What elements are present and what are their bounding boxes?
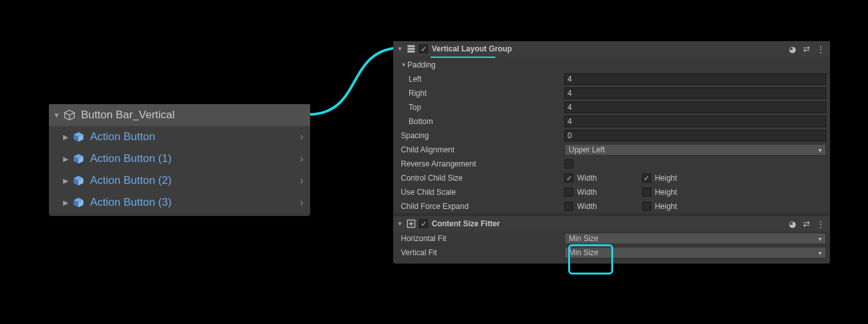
hierarchy-row-parent[interactable]: ▼ Button Bar_Vertical xyxy=(49,104,310,126)
open-prefab-chevron-icon[interactable]: › xyxy=(293,131,310,143)
foldout-down-icon[interactable]: ▼ xyxy=(53,111,60,119)
vertical-fit-row: Vertical Fit Min Size xyxy=(393,246,830,260)
hierarchy-row-child-2[interactable]: ▶ Action Button (2) › xyxy=(49,170,310,192)
foldout-right-icon[interactable]: ▶ xyxy=(62,155,69,163)
foldout-down-icon[interactable]: ▼ xyxy=(397,221,403,227)
horizontal-fit-value: Min Size xyxy=(569,234,598,243)
padding-top-row: Top xyxy=(393,100,830,114)
hierarchy-row-child-3[interactable]: ▶ Action Button (3) › xyxy=(49,192,310,213)
padding-top-label: Top xyxy=(409,103,564,112)
control-child-size-label: Control Child Size xyxy=(401,174,564,183)
svg-rect-16 xyxy=(407,51,414,53)
reverse-arrangement-row: Reverse Arrangement xyxy=(393,157,830,171)
component-title: Content Size Fitter xyxy=(432,219,500,228)
padding-right-row: Right xyxy=(393,86,830,100)
help-icon[interactable]: ◕ xyxy=(786,218,798,230)
child-alignment-label: Child Alignment xyxy=(401,145,564,154)
foldout-right-icon[interactable]: ▶ xyxy=(62,199,69,207)
spacing-label: Spacing xyxy=(401,131,564,140)
prefab-cube-icon xyxy=(72,130,85,143)
vertical-fit-label: Vertical Fit xyxy=(401,248,564,257)
context-menu-icon[interactable]: ⋮ xyxy=(815,218,826,230)
padding-foldout[interactable]: ▼ Padding xyxy=(393,58,830,72)
foldout-down-icon[interactable]: ▼ xyxy=(397,46,403,52)
foldout-down-icon[interactable]: ▼ xyxy=(401,62,407,68)
prefab-cube-icon xyxy=(72,152,85,165)
help-icon[interactable]: ◕ xyxy=(786,43,798,55)
expand-width-checkbox[interactable] xyxy=(564,202,573,211)
child-alignment-value: Upper Left xyxy=(569,145,605,154)
child-alignment-dropdown[interactable]: Upper Left xyxy=(564,144,826,156)
scale-width-label: Width xyxy=(577,188,597,197)
use-child-scale-row: Use Child Scale Width Height xyxy=(393,185,830,199)
component-enabled-checkbox[interactable]: ✓ xyxy=(419,219,428,228)
open-prefab-chevron-icon[interactable]: › xyxy=(293,197,310,208)
context-menu-icon[interactable]: ⋮ xyxy=(815,43,826,55)
prefab-cube-icon xyxy=(72,196,85,209)
padding-left-label: Left xyxy=(409,75,564,84)
gameobject-cube-icon xyxy=(63,109,76,122)
spacing-row: Spacing xyxy=(393,129,830,143)
presets-icon[interactable]: ⇄ xyxy=(800,218,812,230)
child-force-expand-row: Child Force Expand Width Height xyxy=(393,199,830,213)
hierarchy-child-label: Action Button (2) xyxy=(88,174,291,187)
padding-bottom-input[interactable] xyxy=(564,116,826,127)
hierarchy-panel: ▼ Button Bar_Vertical ▶ Action Button › … xyxy=(49,104,310,216)
foldout-right-icon[interactable]: ▶ xyxy=(62,177,69,185)
horizontal-fit-row: Horizontal Fit Min Size xyxy=(393,231,830,246)
hierarchy-child-label: Action Button xyxy=(88,130,291,143)
content-size-fitter-icon xyxy=(406,219,416,229)
horizontal-fit-label: Horizontal Fit xyxy=(401,234,564,243)
control-width-label: Width xyxy=(577,174,597,183)
scale-height-checkbox[interactable] xyxy=(642,188,651,197)
expand-height-label: Height xyxy=(655,202,678,211)
horizontal-fit-dropdown[interactable]: Min Size xyxy=(564,233,826,244)
open-prefab-chevron-icon[interactable]: › xyxy=(293,175,310,186)
prefab-cube-icon xyxy=(72,174,85,187)
child-force-expand-label: Child Force Expand xyxy=(401,202,564,211)
svg-marker-0 xyxy=(65,111,75,116)
padding-label: Padding xyxy=(407,60,563,69)
hierarchy-row-child-1[interactable]: ▶ Action Button (1) › xyxy=(49,148,310,170)
component-title: Vertical Layout Group xyxy=(432,44,512,53)
padding-bottom-row: Bottom xyxy=(393,114,830,129)
scale-width-checkbox[interactable] xyxy=(564,188,573,197)
reverse-arrangement-label: Reverse Arrangement xyxy=(401,159,564,168)
control-height-label: Height xyxy=(655,174,678,183)
padding-bottom-label: Bottom xyxy=(409,117,564,126)
hierarchy-parent-label: Button Bar_Vertical xyxy=(78,109,310,122)
scale-height-label: Height xyxy=(655,188,678,197)
padding-left-row: Left xyxy=(393,72,830,86)
presets-icon[interactable]: ⇄ xyxy=(800,43,812,55)
foldout-right-icon[interactable]: ▶ xyxy=(62,133,69,141)
component-header-vertical-layout-group[interactable]: ▼ ✓ Vertical Layout Group ◕ ⇄ ⋮ xyxy=(393,41,830,57)
hierarchy-row-child-0[interactable]: ▶ Action Button › xyxy=(49,126,310,148)
svg-rect-14 xyxy=(407,45,414,47)
svg-rect-15 xyxy=(407,48,414,50)
control-child-size-row: Control Child Size Width Height xyxy=(393,171,830,185)
vertical-fit-value: Min Size xyxy=(569,248,598,257)
hierarchy-child-label: Action Button (3) xyxy=(88,196,291,209)
layout-group-icon xyxy=(406,44,416,54)
use-child-scale-label: Use Child Scale xyxy=(401,188,564,197)
reverse-arrangement-checkbox[interactable] xyxy=(564,159,573,168)
padding-right-label: Right xyxy=(409,89,564,98)
control-height-checkbox[interactable] xyxy=(642,174,651,183)
component-enabled-checkbox[interactable]: ✓ xyxy=(419,44,428,53)
spacing-input[interactable] xyxy=(564,130,826,141)
child-alignment-row: Child Alignment Upper Left xyxy=(393,143,830,157)
control-width-checkbox[interactable] xyxy=(564,174,573,183)
padding-top-input[interactable] xyxy=(564,102,826,113)
padding-left-input[interactable] xyxy=(564,73,826,85)
open-prefab-chevron-icon[interactable]: › xyxy=(293,153,310,165)
component-header-content-size-fitter[interactable]: ▼ ✓ Content Size Fitter ◕ ⇄ ⋮ xyxy=(393,216,830,231)
hierarchy-child-label: Action Button (1) xyxy=(88,152,291,165)
padding-right-input[interactable] xyxy=(564,87,826,99)
expand-width-label: Width xyxy=(577,202,597,211)
inspector-panel: ▼ ✓ Vertical Layout Group ◕ ⇄ ⋮ ▼ Paddin… xyxy=(393,41,830,264)
expand-height-checkbox[interactable] xyxy=(642,202,651,211)
vertical-fit-dropdown[interactable]: Min Size xyxy=(564,247,826,258)
